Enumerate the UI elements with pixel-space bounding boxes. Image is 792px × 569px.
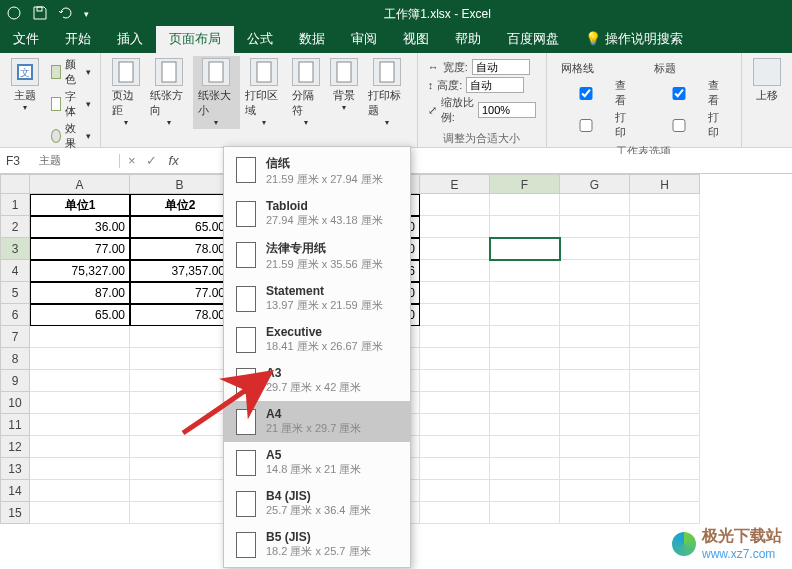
cell[interactable] — [630, 458, 700, 480]
paper-size-法律专用纸[interactable]: 法律专用纸21.59 厘米 x 35.56 厘米 — [224, 234, 410, 278]
cell[interactable] — [560, 238, 630, 260]
tab-数据[interactable]: 数据 — [286, 26, 338, 53]
col-header-H[interactable]: H — [630, 174, 700, 194]
autosave-toggle-icon[interactable] — [6, 5, 22, 24]
cell[interactable] — [420, 194, 490, 216]
cell[interactable] — [130, 414, 230, 436]
cell[interactable] — [560, 370, 630, 392]
cell[interactable] — [630, 304, 700, 326]
col-header-F[interactable]: F — [490, 174, 560, 194]
cell[interactable] — [130, 458, 230, 480]
cell[interactable] — [130, 392, 230, 414]
tab-视图[interactable]: 视图 — [390, 26, 442, 53]
printarea-button[interactable]: 打印区域▾ — [240, 56, 287, 129]
paper-size-B5 (JIS)[interactable]: B5 (JIS)18.2 厘米 x 25.7 厘米 — [224, 524, 410, 565]
row-header-2[interactable]: 2 — [0, 216, 30, 238]
cell[interactable] — [420, 370, 490, 392]
cell[interactable] — [630, 238, 700, 260]
cell[interactable] — [560, 348, 630, 370]
cell[interactable] — [490, 260, 560, 282]
headings-view[interactable]: 查看 — [654, 77, 727, 109]
height-input[interactable] — [466, 77, 524, 93]
cell[interactable] — [560, 304, 630, 326]
cell[interactable]: 87.00 — [30, 282, 130, 304]
cell[interactable]: 37,357.00 — [130, 260, 230, 282]
cell[interactable] — [630, 370, 700, 392]
cell[interactable]: 75,327.00 — [30, 260, 130, 282]
paper-size-Tabloid[interactable]: Tabloid27.94 厘米 x 43.18 厘米 — [224, 193, 410, 234]
cell[interactable] — [420, 480, 490, 502]
cell[interactable] — [130, 502, 230, 524]
themes-button[interactable]: 文 主题 ▾ — [6, 56, 44, 114]
orientation-button[interactable]: 纸张方向▾ — [145, 56, 192, 129]
cell[interactable] — [30, 370, 130, 392]
margins-button[interactable]: 页边距▾ — [107, 56, 145, 129]
cell[interactable] — [420, 216, 490, 238]
cell[interactable] — [420, 282, 490, 304]
row-header-5[interactable]: 5 — [0, 282, 30, 304]
cell[interactable] — [560, 436, 630, 458]
row-header-1[interactable]: 1 — [0, 194, 30, 216]
fonts-button[interactable]: 字体▾ — [48, 88, 94, 120]
cell[interactable] — [630, 260, 700, 282]
confirm-icon[interactable]: ✓ — [146, 153, 157, 168]
cell[interactable]: 36.00 — [30, 216, 130, 238]
save-icon[interactable] — [32, 5, 48, 24]
cell[interactable] — [630, 436, 700, 458]
paper-size-Statement[interactable]: Statement13.97 厘米 x 21.59 厘米 — [224, 278, 410, 319]
effects-button[interactable]: 效果▾ — [48, 120, 94, 152]
cell[interactable] — [130, 370, 230, 392]
row-header-11[interactable]: 11 — [0, 414, 30, 436]
size-button[interactable]: 纸张大小▾ — [193, 56, 240, 129]
cell[interactable] — [490, 282, 560, 304]
cell[interactable] — [490, 414, 560, 436]
cell[interactable] — [560, 414, 630, 436]
cell[interactable]: 65.00 — [30, 304, 130, 326]
paper-size-A5[interactable]: A514.8 厘米 x 21 厘米 — [224, 442, 410, 483]
cell[interactable] — [490, 238, 560, 260]
row-header-12[interactable]: 12 — [0, 436, 30, 458]
tab-开始[interactable]: 开始 — [52, 26, 104, 53]
cell[interactable] — [420, 414, 490, 436]
paper-size-信纸[interactable]: 信纸21.59 厘米 x 27.94 厘米 — [224, 149, 410, 193]
cell[interactable] — [630, 348, 700, 370]
paper-size-A4[interactable]: A421 厘米 x 29.7 厘米 — [224, 401, 410, 442]
cancel-icon[interactable]: × — [128, 153, 136, 168]
cell[interactable]: 78.00 — [130, 304, 230, 326]
cell[interactable] — [30, 480, 130, 502]
cell[interactable] — [490, 326, 560, 348]
cell[interactable] — [30, 458, 130, 480]
row-header-6[interactable]: 6 — [0, 304, 30, 326]
cell[interactable] — [490, 502, 560, 524]
cell[interactable] — [560, 216, 630, 238]
row-header-8[interactable]: 8 — [0, 348, 30, 370]
row-header-15[interactable]: 15 — [0, 502, 30, 524]
select-all-corner[interactable] — [0, 174, 30, 194]
cell[interactable] — [490, 216, 560, 238]
cell[interactable] — [630, 480, 700, 502]
cell[interactable] — [630, 502, 700, 524]
col-header-G[interactable]: G — [560, 174, 630, 194]
width-input[interactable] — [472, 59, 530, 75]
cell[interactable] — [490, 194, 560, 216]
row-header-4[interactable]: 4 — [0, 260, 30, 282]
cell[interactable] — [490, 370, 560, 392]
col-header-A[interactable]: A — [30, 174, 130, 194]
paper-size-Executive[interactable]: Executive18.41 厘米 x 26.67 厘米 — [224, 319, 410, 360]
cell[interactable] — [560, 326, 630, 348]
cell[interactable] — [490, 436, 560, 458]
cell[interactable] — [630, 392, 700, 414]
cell[interactable] — [490, 458, 560, 480]
cell[interactable] — [130, 436, 230, 458]
cell[interactable] — [30, 436, 130, 458]
row-header-9[interactable]: 9 — [0, 370, 30, 392]
row-header-3[interactable]: 3 — [0, 238, 30, 260]
tab-文件[interactable]: 文件 — [0, 26, 52, 53]
tell-me[interactable]: 💡 操作说明搜索 — [572, 26, 696, 53]
tab-百度网盘[interactable]: 百度网盘 — [494, 26, 572, 53]
colors-button[interactable]: 颜色▾ — [48, 56, 94, 88]
col-header-B[interactable]: B — [130, 174, 230, 194]
cell[interactable]: 77.00 — [130, 282, 230, 304]
cell[interactable] — [130, 326, 230, 348]
cell[interactable]: 单位1 — [30, 194, 130, 216]
